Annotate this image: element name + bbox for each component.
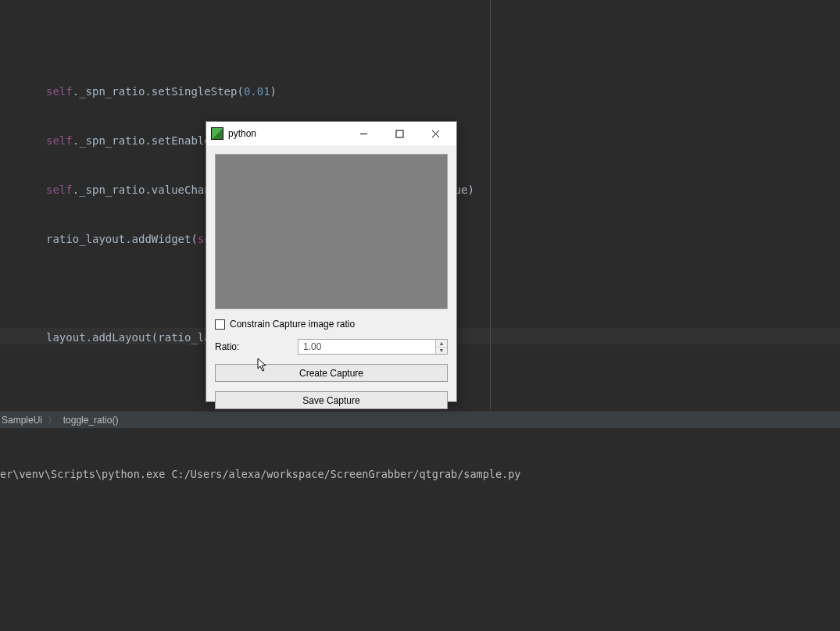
save-capture-button[interactable]: Save Capture (215, 391, 448, 409)
svg-rect-1 (396, 130, 403, 137)
dialog-titlebar[interactable]: python (206, 122, 456, 145)
breadcrumb-class[interactable]: SampleUi (2, 415, 42, 426)
capture-preview-area (215, 154, 448, 309)
terminal-panel[interactable]: er\venv\Scripts\python.exe C:/Users/alex… (0, 428, 840, 631)
ratio-value[interactable]: 1.00 (298, 341, 435, 352)
maximize-button[interactable] (381, 122, 417, 145)
constrain-ratio-label: Constrain Capture image ratio (230, 319, 355, 330)
close-button[interactable] (417, 122, 453, 145)
spin-down-icon[interactable]: ▼ (436, 348, 447, 355)
python-dialog-window: python Constrain Capture image ratio Rat… (206, 121, 457, 402)
breadcrumb-sep: 〉 (48, 415, 57, 426)
create-capture-button[interactable]: Create Capture (215, 364, 448, 382)
dialog-title: python (228, 128, 345, 139)
editor-margin-rule (490, 0, 491, 410)
ratio-spinbox[interactable]: 1.00 ▲ ▼ (298, 339, 448, 355)
ratio-label: Ratio: (215, 341, 291, 352)
spin-up-icon[interactable]: ▲ (436, 340, 447, 348)
terminal-line: er\venv\Scripts\python.exe C:/Users/alex… (0, 468, 840, 480)
python-app-icon (211, 127, 223, 140)
constrain-ratio-checkbox[interactable] (215, 319, 225, 330)
breadcrumb-method[interactable]: toggle_ratio() (63, 415, 119, 426)
minimize-button[interactable] (345, 122, 381, 145)
